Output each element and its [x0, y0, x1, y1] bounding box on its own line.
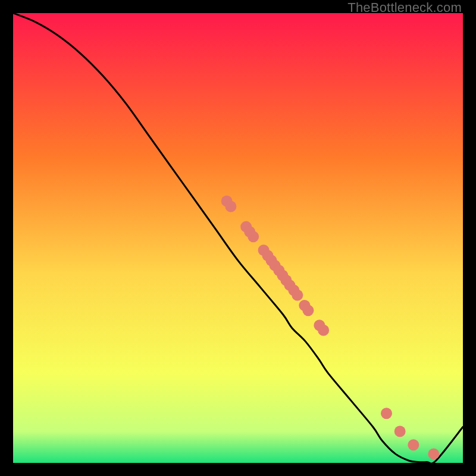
data-point-p19: [318, 324, 329, 336]
data-point-p22: [408, 439, 419, 450]
chart-stage: TheBottleneck.com: [0, 0, 476, 476]
data-point-p17: [302, 305, 314, 316]
data-point-p21: [394, 426, 406, 437]
data-point-p2: [225, 201, 236, 212]
data-point-p5: [248, 231, 259, 242]
chart-plot-area: [13, 13, 463, 463]
chart-dots-layer: [13, 13, 463, 463]
data-point-p23: [428, 448, 439, 459]
watermark-text: TheBottleneck.com: [347, 0, 462, 15]
data-point-p15: [292, 290, 303, 301]
data-point-p20: [381, 408, 392, 419]
